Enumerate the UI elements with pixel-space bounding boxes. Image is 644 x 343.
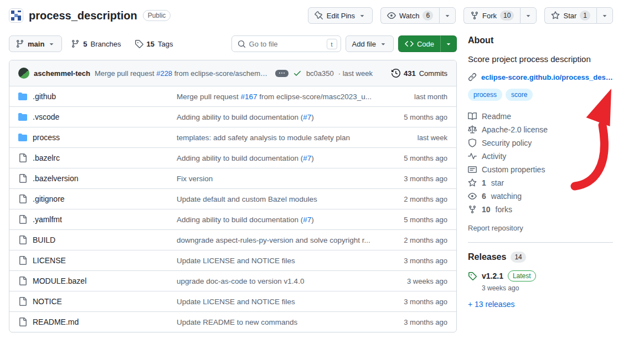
sidebar-link-license[interactable]: Apache-2.0 license xyxy=(468,123,613,136)
file-name-link[interactable]: .bazelrc xyxy=(33,153,60,162)
file-name-link[interactable]: .bazelversion xyxy=(33,174,79,183)
latest-release-row[interactable]: v1.2.1 Latest 3 weeks ago xyxy=(468,270,613,292)
commit-message-text: Merge pull request xyxy=(95,69,156,78)
go-to-file-search[interactable]: t xyxy=(231,35,341,52)
repo-avatar[interactable] xyxy=(9,8,23,23)
table-row[interactable]: .yamlfmt Adding ability to build documen… xyxy=(9,209,456,229)
table-row[interactable]: .bazelrc Adding ability to build documen… xyxy=(9,147,456,168)
file-name-link[interactable]: .gitignore xyxy=(33,194,65,203)
pr-link[interactable]: #7 xyxy=(303,216,311,224)
message-text: templates: add safety analysis to module… xyxy=(177,134,350,142)
file-name-link[interactable]: process xyxy=(33,133,60,142)
website-link[interactable]: eclipse-score.github.io/process_descr... xyxy=(481,73,613,81)
fork-button[interactable]: Fork 10 xyxy=(463,7,520,24)
message-text: Adding ability to build documentation ( xyxy=(177,113,303,121)
star-button[interactable]: Star 1 xyxy=(544,7,596,24)
releases-title[interactable]: Releases xyxy=(468,252,506,262)
expand-commit-message-button[interactable] xyxy=(275,70,288,77)
table-row[interactable]: .bazelversion Fix version 3 months ago xyxy=(9,168,456,188)
pin-icon xyxy=(315,11,323,20)
file-name-cell: README.md xyxy=(18,318,177,326)
latest-release-link[interactable]: v1.2.1 xyxy=(482,272,503,280)
table-row[interactable]: MODULE.bazel upgrade doc-as-code to vers… xyxy=(9,270,456,291)
topic-pill[interactable]: score xyxy=(506,89,533,101)
file-name-link[interactable]: .vscode xyxy=(33,112,59,121)
star-dropdown-button[interactable] xyxy=(596,7,613,24)
topic-pill[interactable]: process xyxy=(468,89,502,101)
edit-pins-button[interactable]: Edit Pins xyxy=(308,7,373,24)
pr-link[interactable]: #167 xyxy=(241,93,257,101)
branch-selector[interactable]: main xyxy=(9,35,62,52)
file-name-link[interactable]: NOTICE xyxy=(33,297,62,306)
go-to-file-input[interactable] xyxy=(249,40,325,48)
about-title: About xyxy=(468,35,613,45)
commit-message-cell[interactable]: Adding ability to build documentation (#… xyxy=(177,216,381,224)
commit-message-cell[interactable]: Update LICENSE and NOTICE files xyxy=(177,298,381,306)
commit-message-cell[interactable]: Merge pull request #167 from eclipse-sco… xyxy=(177,93,381,101)
sidebar-link-security-policy[interactable]: Security policy xyxy=(468,136,613,150)
table-row[interactable]: .github Merge pull request #167 from ecl… xyxy=(9,86,456,106)
file-name-link[interactable]: .yamlfmt xyxy=(33,215,62,224)
file-name-link[interactable]: BUILD xyxy=(33,236,55,244)
commit-author-link[interactable]: aschemmel-tech xyxy=(34,69,90,78)
add-file-button[interactable]: Add file xyxy=(346,35,394,52)
table-row[interactable]: BUILD downgrade aspect-rules-py-version … xyxy=(9,229,456,250)
link-icon xyxy=(468,73,477,81)
meta-count: 1 xyxy=(482,178,486,187)
table-row[interactable]: process templates: add safety analysis t… xyxy=(9,127,456,147)
history-icon xyxy=(391,69,400,78)
code-button[interactable]: Code xyxy=(398,35,440,52)
commit-message-cell[interactable]: Adding ability to build documentation (#… xyxy=(177,113,381,121)
file-name-link[interactable]: .github xyxy=(33,92,56,101)
more-releases-link[interactable]: + 13 releases xyxy=(468,300,514,309)
message-text: Update LICENSE and NOTICE files xyxy=(177,298,295,306)
commit-message-link[interactable]: Merge pull request #228 from eclipse-sco… xyxy=(95,69,271,78)
commit-message-cell[interactable]: Update default and custom Bazel modules xyxy=(177,195,381,203)
commit-message-cell[interactable]: downgrade aspect-rules-py-version and so… xyxy=(177,236,381,244)
branches-link[interactable]: 5 Branches xyxy=(66,39,125,48)
table-row[interactable]: .gitignore Update default and custom Baz… xyxy=(9,188,456,209)
table-row[interactable]: README.md Update README to new commands … xyxy=(9,311,456,332)
commit-message-cell[interactable]: Update LICENSE and NOTICE files xyxy=(177,257,381,265)
watch-button[interactable]: Watch 6 xyxy=(380,7,439,24)
table-row[interactable]: .vscode Adding ability to build document… xyxy=(9,106,456,127)
sidebar-link-readme[interactable]: Readme xyxy=(468,110,613,123)
watch-button-group: Watch 6 xyxy=(380,7,456,24)
message-text: Update default and custom Bazel modules xyxy=(177,195,317,203)
repo-name[interactable]: process_description xyxy=(29,9,137,22)
code-dropdown-button[interactable] xyxy=(440,35,457,52)
meta-label: Security policy xyxy=(482,139,532,147)
sidebar-link-forks[interactable]: 10 forks xyxy=(468,203,613,216)
commit-message-cell[interactable]: upgrade doc-as-code to version v1.4.0 xyxy=(177,277,381,285)
pr-link[interactable]: #7 xyxy=(303,113,311,121)
file-name-link[interactable]: LICENSE xyxy=(33,256,66,265)
commit-history-link[interactable]: 431 Commits xyxy=(391,69,447,78)
commit-message-cell[interactable]: templates: add safety analysis to module… xyxy=(177,134,381,142)
commit-message-cell[interactable]: Update README to new commands xyxy=(177,318,381,326)
table-row[interactable]: LICENSE Update LICENSE and NOTICE files … xyxy=(9,250,456,270)
sidebar-link-watching[interactable]: 6 watching xyxy=(468,190,613,203)
commit-sha-link[interactable]: bc0a350 xyxy=(306,69,334,78)
file-icon xyxy=(18,236,27,244)
sidebar-link-custom-properties[interactable]: Custom properties xyxy=(468,163,613,176)
pr-link[interactable]: #7 xyxy=(303,154,311,162)
commit-message-cell[interactable]: Adding ability to build documentation (#… xyxy=(177,154,381,162)
sidebar-link-stars[interactable]: 1 star xyxy=(468,176,613,190)
commit-time: 3 months ago xyxy=(381,175,447,183)
meta-label: Apache-2.0 license xyxy=(482,125,548,134)
pr-link[interactable]: #228 xyxy=(156,69,172,78)
tags-link[interactable]: 15 Tags xyxy=(130,39,178,48)
file-name-link[interactable]: README.md xyxy=(33,318,79,326)
sidebar-link-activity[interactable]: Activity xyxy=(468,150,613,163)
file-icon xyxy=(18,277,27,285)
fork-dropdown-button[interactable] xyxy=(520,7,537,24)
file-name-link[interactable]: MODULE.bazel xyxy=(33,277,86,285)
table-row[interactable]: NOTICE Update LICENSE and NOTICE files 3… xyxy=(9,291,456,311)
commit-author-avatar[interactable] xyxy=(18,68,29,79)
watch-dropdown-button[interactable] xyxy=(439,7,456,24)
commit-message-cell[interactable]: Fix version xyxy=(177,175,381,183)
checks-passed-icon[interactable] xyxy=(293,69,302,78)
report-repository-link[interactable]: Report repository xyxy=(468,224,523,232)
repo-header: process_description Public Edit Pins Wat… xyxy=(0,0,644,29)
file-name-cell: .yamlfmt xyxy=(18,215,177,224)
